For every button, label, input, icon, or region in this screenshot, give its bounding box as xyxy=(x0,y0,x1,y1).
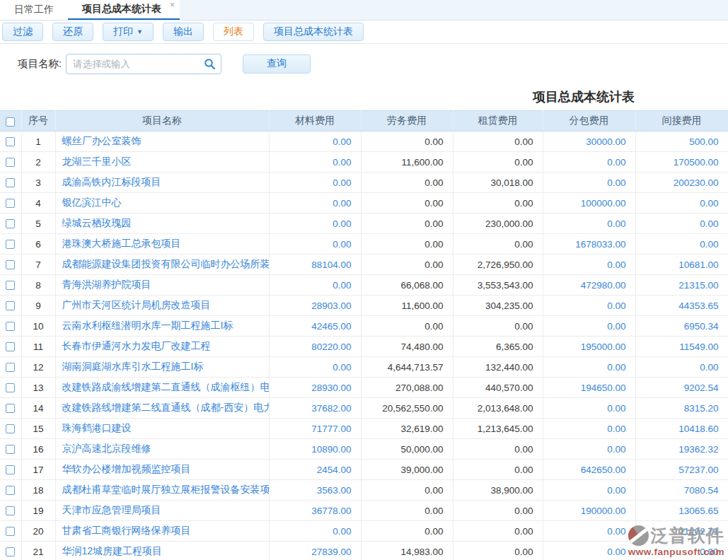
row-checkbox[interactable] xyxy=(6,219,15,228)
tab-close-icon[interactable]: × xyxy=(170,1,175,9)
report-button[interactable]: 项目总成本统计表 xyxy=(263,23,364,41)
row-checkbox[interactable] xyxy=(6,363,15,372)
cost-statistics-table: 序号 项目名称 材料费用 劳务费用 租赁费用 分包费用 间接费用 1 螺丝厂办公… xyxy=(0,110,728,560)
project-name-link[interactable]: 成都杜甫草堂临时展厅独立展柜报警设备安装项目 xyxy=(62,484,270,495)
row-checkbox[interactable] xyxy=(6,322,15,331)
subcontract-cost-value: 0.00 xyxy=(543,419,635,439)
indirect-cost-value: 19362.32 xyxy=(635,439,728,460)
rental-cost-value: 304,235.00 xyxy=(453,296,543,316)
row-checkbox[interactable] xyxy=(6,383,15,392)
project-name-link[interactable]: 银亿滨江中心 xyxy=(62,197,122,208)
print-button[interactable]: 打印 ▼ xyxy=(103,23,154,41)
row-index: 6 xyxy=(21,234,55,255)
tab-bar: 日常工作 项目总成本统计表 × xyxy=(0,0,728,21)
row-checkbox[interactable] xyxy=(6,281,15,290)
material-cost-value: 88104.00 xyxy=(269,255,361,275)
row-checkbox[interactable] xyxy=(6,301,15,310)
col-header-material-cost: 材料费用 xyxy=(269,111,361,132)
project-name-link[interactable]: 成都能源建设集团投资有限公司临时办公场所装修改造 xyxy=(62,258,270,269)
rental-cost-value: 132,440.00 xyxy=(453,357,543,378)
tab-daily-work[interactable]: 日常工作 xyxy=(0,0,68,20)
row-checkbox[interactable] xyxy=(6,342,15,351)
rental-cost-value: 440,570.00 xyxy=(453,378,543,398)
filter-button[interactable]: 过滤 xyxy=(2,23,43,41)
project-name-link[interactable]: 成渝高铁内江标段项目 xyxy=(62,176,161,187)
tab-label: 项目总成本统计表 xyxy=(82,3,161,16)
labor-cost-value: 0.00 xyxy=(361,234,453,255)
row-checkbox[interactable] xyxy=(6,465,15,474)
row-checkbox[interactable] xyxy=(6,199,15,208)
subcontract-cost-value: 190000.00 xyxy=(543,501,635,521)
row-checkbox[interactable] xyxy=(6,527,15,536)
project-name-link[interactable]: 华软办公楼增加视频监控项目 xyxy=(62,463,191,474)
col-header-indirect-cost: 间接费用 xyxy=(635,111,728,132)
row-checkbox[interactable] xyxy=(6,445,15,454)
row-checkbox[interactable] xyxy=(6,240,15,249)
indirect-cost-value: 10681.00 xyxy=(635,255,728,275)
project-name-link[interactable]: 湖南洞庭湖水库引水工程施工I标 xyxy=(62,361,204,372)
table-row: 5 绿城云栖玫瑰园 0.00 0.00 230,000.00 0.00 0.00 xyxy=(0,214,728,234)
row-checkbox[interactable] xyxy=(6,547,15,556)
row-checkbox[interactable] xyxy=(6,404,15,413)
material-cost-value: 0.00 xyxy=(269,193,361,214)
subcontract-cost-value: 0.00 xyxy=(543,357,635,378)
labor-cost-value: 0.00 xyxy=(361,173,453,193)
subcontract-cost-value: 0.00 xyxy=(543,480,635,501)
row-checkbox[interactable] xyxy=(6,137,15,146)
table-row: 13 改建铁路成渝线增建第二直通线（成渝枢纽）电力线路 28930.00 270… xyxy=(0,378,728,398)
indirect-cost-value: 170500.00 xyxy=(635,152,728,173)
labor-cost-value: 0.00 xyxy=(361,521,453,542)
project-name-link[interactable]: 港珠澳大桥施工总承包项目 xyxy=(62,238,181,249)
labor-cost-value: 11,600.00 xyxy=(361,296,453,316)
project-name-link[interactable]: 珠海鹤港口建设 xyxy=(62,422,132,433)
project-name-link[interactable]: 华润12城房建工程项目 xyxy=(62,545,163,556)
subcontract-cost-value: 0.00 xyxy=(543,214,635,234)
material-cost-value: 2454.00 xyxy=(269,460,361,480)
export-button[interactable]: 输出 xyxy=(163,23,204,41)
rental-cost-value: 2,726,950.00 xyxy=(453,255,543,275)
subcontract-cost-value: 30000.00 xyxy=(543,132,635,152)
restore-button[interactable]: 还原 xyxy=(52,23,93,41)
project-name-input[interactable] xyxy=(66,54,221,74)
indirect-cost-value: 9202.54 xyxy=(635,378,728,398)
indirect-cost-value: 13065.65 xyxy=(635,501,728,521)
material-cost-value: 0.00 xyxy=(269,173,361,193)
table-row: 16 京沪高速北京段维修 10890.00 50,000.00 0.00 0.0… xyxy=(0,439,728,460)
row-index: 17 xyxy=(21,460,55,480)
row-index: 12 xyxy=(21,357,55,378)
project-name-link[interactable]: 改建铁路线增建第二线直通线（成都-西安）电力线路 xyxy=(62,402,270,413)
tab-label: 日常工作 xyxy=(14,4,54,16)
col-header-labor-cost: 劳务费用 xyxy=(361,111,453,132)
project-name-link[interactable]: 广州市天河区统计局机房改造项目 xyxy=(62,299,211,310)
row-checkbox[interactable] xyxy=(6,486,15,495)
project-name-link[interactable]: 绿城云栖玫瑰园 xyxy=(62,217,132,228)
list-button[interactable]: 列表 xyxy=(213,23,254,41)
project-name-link[interactable]: 京沪高速北京段维修 xyxy=(62,443,151,454)
project-name-search-box xyxy=(66,54,221,74)
project-name-link[interactable]: 螺丝厂办公室装饰 xyxy=(62,135,141,146)
table-row: 1 螺丝厂办公室装饰 0.00 0.00 0.00 30000.00 500.0… xyxy=(0,132,728,152)
project-name-link[interactable]: 改建铁路成渝线增建第二直通线（成渝枢纽）电力线路 xyxy=(62,381,270,392)
row-checkbox[interactable] xyxy=(6,178,15,187)
row-checkbox[interactable] xyxy=(6,424,15,433)
row-checkbox[interactable] xyxy=(6,260,15,269)
row-checkbox[interactable] xyxy=(6,158,15,167)
subcontract-cost-value: 100000.00 xyxy=(543,193,635,214)
project-name-link[interactable]: 甘肃省工商银行网络保养项目 xyxy=(62,525,191,536)
subcontract-cost-value: 195000.00 xyxy=(543,337,635,357)
project-name-link[interactable]: 龙湖三千里小区 xyxy=(62,156,132,167)
project-name-link[interactable]: 长春市伊通河水力发电厂改建工程 xyxy=(62,340,211,351)
search-icon[interactable] xyxy=(204,58,216,70)
query-button[interactable]: 查询 xyxy=(243,54,311,74)
row-index: 11 xyxy=(21,337,55,357)
select-all-checkbox[interactable] xyxy=(6,117,15,127)
rental-cost-value: 0.00 xyxy=(453,193,543,214)
row-checkbox[interactable] xyxy=(6,506,15,515)
tab-project-total-cost[interactable]: 项目总成本统计表 × xyxy=(68,0,180,20)
page-title: 项目总成本统计表 xyxy=(533,88,635,105)
project-name-link[interactable]: 天津市应急管理局项目 xyxy=(62,504,161,515)
rental-cost-value: 0.00 xyxy=(453,439,543,460)
project-name-link[interactable]: 青海洪湖养护院项目 xyxy=(62,279,151,290)
project-name-link[interactable]: 云南水利枢纽潜明水库一期工程施工I标 xyxy=(62,320,233,331)
rental-cost-value: 38,900.00 xyxy=(453,480,543,501)
